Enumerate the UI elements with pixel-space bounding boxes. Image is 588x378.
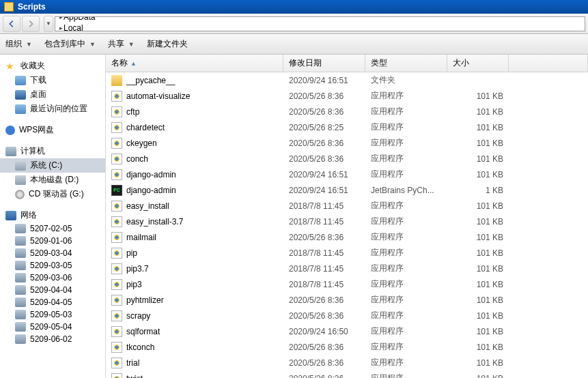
file-name-cell: conch	[106, 154, 283, 164]
sidebar-item-label: 5207-02-05	[30, 224, 72, 233]
file-type-cell: 文件夹	[365, 74, 447, 86]
share-button[interactable]: 共享▼	[108, 38, 135, 50]
toolbar: 组织▼ 包含到库中▼ 共享▼ 新建文件夹	[0, 34, 588, 55]
file-row[interactable]: scrapy2020/5/26 8:36应用程序101 KB	[106, 308, 588, 323]
file-row[interactable]: pip3.72018/7/8 11:45应用程序101 KB	[106, 261, 588, 276]
file-name-cell: django-admin	[106, 169, 283, 180]
breadcrumb[interactable]: ▸ 计算机 ▸ 系统 (C:) ▸ 用户 ▸ Administrator ▸ A…	[55, 16, 585, 31]
sidebar-item[interactable]: 5209-04-04	[0, 284, 105, 296]
include-in-library-button[interactable]: 包含到库中▼	[44, 38, 96, 50]
file-size-cell: 101 KB	[447, 295, 509, 305]
sidebar-computer[interactable]: 计算机	[0, 144, 105, 158]
file-icon	[111, 248, 122, 259]
file-name-cell: easy_install-3.7	[106, 216, 283, 227]
file-size-cell: 101 KB	[447, 248, 509, 258]
file-size-cell: 101 KB	[447, 264, 509, 274]
file-row[interactable]: cftp2020/5/26 8:36应用程序101 KB	[106, 104, 588, 119]
sidebar-item[interactable]: 5207-02-05	[0, 222, 105, 235]
file-row[interactable]: twist2020/5/26 8:36应用程序101 KB	[106, 370, 588, 378]
file-name-cell: __pycache__	[106, 75, 283, 86]
sidebar-item[interactable]: CD 驱动器 (G:)	[0, 187, 105, 201]
file-type-cell: 应用程序	[365, 153, 447, 164]
sidebar-item-label: 最近访问的位置	[30, 103, 87, 115]
sidebar-item-label: 5209-06-02	[30, 334, 72, 344]
file-name-cell: mailmail	[106, 232, 283, 243]
file-row[interactable]: django-admin2020/9/24 16:51应用程序101 KB	[106, 166, 588, 182]
file-name-cell: chardetect	[106, 122, 283, 133]
column-header-type[interactable]: 类型	[365, 55, 447, 72]
sidebar-item[interactable]: 5209-01-06	[0, 235, 105, 247]
network-icon	[5, 211, 16, 220]
pc-icon	[15, 297, 26, 307]
file-size-cell: 101 KB	[447, 139, 509, 148]
sidebar-item[interactable]: 5209-03-04	[0, 247, 105, 259]
file-row[interactable]: ckeygen2020/5/26 8:36应用程序101 KB	[106, 135, 588, 151]
file-row[interactable]: easy_install2018/7/8 11:45应用程序101 KB	[106, 198, 588, 214]
file-type-cell: 应用程序	[365, 231, 447, 243]
file-row[interactable]: pyhtmlizer2020/5/26 8:36应用程序101 KB	[106, 292, 588, 308]
new-folder-button[interactable]: 新建文件夹	[147, 38, 188, 50]
sidebar-item-label: 系统 (C:)	[30, 160, 62, 171]
sidebar-item[interactable]: 5209-04-05	[0, 296, 105, 308]
column-header-size[interactable]: 大小	[447, 55, 509, 72]
sidebar-item-label: 5209-05-04	[30, 322, 72, 332]
pc-icon	[15, 224, 26, 233]
file-name: tkconch	[126, 343, 154, 352]
file-name: mailmail	[126, 233, 156, 242]
file-type-cell: 应用程序	[365, 325, 447, 337]
sidebar-item[interactable]: 下载	[0, 73, 105, 87]
sidebar-item[interactable]: 桌面	[0, 87, 105, 102]
nav-back-button[interactable]	[3, 16, 20, 32]
sidebar-item[interactable]: 最近访问的位置	[0, 102, 105, 116]
organize-button[interactable]: 组织▼	[5, 38, 32, 50]
file-date-cell: 2020/9/24 16:51	[283, 76, 365, 85]
column-header-extra[interactable]	[509, 55, 588, 72]
file-row[interactable]: tkconch2020/5/26 8:36应用程序101 KB	[106, 339, 588, 355]
file-row[interactable]: sqlformat2020/9/24 16:50应用程序101 KB	[106, 323, 588, 339]
sidebar-item-label: 5209-03-05	[30, 261, 72, 270]
nav-forward-button[interactable]	[22, 16, 40, 32]
sidebar-favorites[interactable]: ★ 收藏夹	[0, 59, 105, 73]
file-row[interactable]: conch2020/5/26 8:36应用程序101 KB	[106, 151, 588, 166]
file-row[interactable]: chardetect2020/5/26 8:25应用程序101 KB	[106, 119, 588, 135]
sidebar-item[interactable]: 本地磁盘 (D:)	[0, 173, 105, 187]
file-row[interactable]: mailmail2020/5/26 8:36应用程序101 KB	[106, 229, 588, 245]
sidebar-item-label: 5209-04-04	[30, 285, 72, 295]
file-date-cell: 2018/7/8 11:45	[283, 248, 365, 258]
sidebar-item[interactable]: 5209-03-06	[0, 272, 105, 284]
file-row[interactable]: __pycache__2020/9/24 16:51文件夹	[106, 72, 588, 88]
column-header-name[interactable]: 名称▲	[106, 55, 283, 72]
file-row[interactable]: easy_install-3.72018/7/8 11:45应用程序101 KB	[106, 214, 588, 229]
file-size-cell: 101 KB	[447, 123, 509, 132]
sidebar-item-label: 5209-03-06	[30, 273, 72, 282]
file-size-cell: 101 KB	[447, 358, 509, 368]
file-row[interactable]: pip2018/7/8 11:45应用程序101 KB	[106, 245, 588, 261]
sidebar-item[interactable]: 5209-05-03	[0, 308, 105, 321]
file-name: cftp	[126, 107, 139, 117]
pc-icon	[15, 273, 26, 282]
sidebar-network[interactable]: 网络	[0, 208, 105, 222]
sidebar-item[interactable]: 5209-03-05	[0, 259, 105, 272]
file-size-cell: 101 KB	[447, 107, 509, 117]
column-header-date[interactable]: 修改日期	[283, 55, 365, 72]
sidebar-label: 计算机	[20, 145, 45, 157]
file-row[interactable]: django-admin2020/9/24 16:51JetBrains PyC…	[106, 182, 588, 198]
pc-icon	[15, 261, 26, 270]
nav-history-dropdown[interactable]: ▼	[44, 16, 53, 32]
file-type-cell: 应用程序	[365, 200, 447, 212]
breadcrumb-segment[interactable]: ▸ Local	[58, 23, 113, 31]
file-date-cell: 2018/7/8 11:45	[283, 264, 365, 274]
file-date-cell: 2020/5/26 8:36	[283, 233, 365, 242]
sidebar-wps[interactable]: WPS网盘	[0, 123, 105, 137]
sidebar-item[interactable]: 5209-06-02	[0, 333, 105, 345]
file-row[interactable]: trial2020/5/26 8:36应用程序101 KB	[106, 355, 588, 370]
file-row[interactable]: automat-visualize2020/5/26 8:36应用程序101 K…	[106, 88, 588, 104]
file-type-cell: 应用程序	[365, 121, 447, 133]
sidebar-item[interactable]: 系统 (C:)	[0, 158, 105, 173]
breadcrumb-segment[interactable]: ▸ AppData	[58, 16, 113, 23]
file-icon	[111, 342, 122, 353]
file-icon	[111, 106, 122, 117]
file-date-cell: 2020/5/26 8:36	[283, 91, 365, 101]
file-row[interactable]: pip32018/7/8 11:45应用程序101 KB	[106, 276, 588, 292]
sidebar-item[interactable]: 5209-05-04	[0, 321, 105, 333]
